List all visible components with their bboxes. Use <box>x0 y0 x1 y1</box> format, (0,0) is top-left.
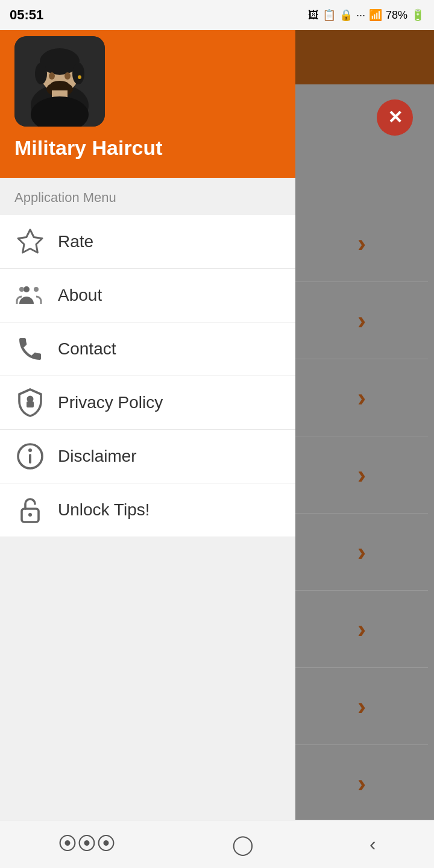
svg-point-4 <box>35 63 47 84</box>
contact-label: Contact <box>58 339 116 359</box>
svg-point-12 <box>78 75 81 79</box>
photo-icon: 🖼 <box>308 9 319 22</box>
chevron-row-1[interactable]: › <box>295 205 428 282</box>
chevron-arrow-7: › <box>357 692 366 721</box>
svg-point-15 <box>19 287 24 292</box>
svg-point-19 <box>28 448 32 452</box>
privacy-label: Privacy Policy <box>58 393 163 412</box>
more-icon: ··· <box>356 9 365 22</box>
svg-point-14 <box>34 287 39 292</box>
close-button[interactable]: ✕ <box>377 99 413 136</box>
menu-item-unlock[interactable]: Unlock Tips! <box>0 483 295 536</box>
status-icons: 🖼 📋 🔒 ··· 📶 78% 🔋 <box>308 8 424 22</box>
chevron-row-7[interactable]: › <box>295 668 428 745</box>
disclaimer-icon <box>14 441 46 472</box>
lock-icon: 🔒 <box>339 8 353 22</box>
menu-section-title: Application Menu <box>0 190 295 215</box>
chevron-arrow-8: › <box>357 769 366 798</box>
chevron-arrow-6: › <box>357 615 366 644</box>
chevron-row-6[interactable]: › <box>295 591 428 668</box>
svg-point-9 <box>51 81 69 88</box>
about-icon <box>14 280 46 311</box>
disclaimer-label: Disclaimer <box>58 447 137 466</box>
menu-item-disclaimer[interactable]: Disclaimer <box>0 430 295 483</box>
about-label: About <box>58 286 102 305</box>
unlock-label: Unlock Tips! <box>58 500 150 520</box>
battery-icon: 🔋 <box>411 8 424 22</box>
chevron-row-4[interactable]: › <box>295 436 428 514</box>
chevron-row-2[interactable]: › <box>295 282 428 359</box>
menu-item-about[interactable]: About <box>0 269 295 322</box>
chevron-arrow-1: › <box>357 229 366 258</box>
signal-icon: 📶 <box>369 8 382 22</box>
privacy-icon <box>14 387 46 418</box>
rate-label: Rate <box>58 232 93 251</box>
sim-icon: 📋 <box>322 8 336 22</box>
chevron-row-8[interactable]: › <box>295 745 428 822</box>
svg-point-7 <box>64 72 71 80</box>
chevron-row-3[interactable]: › <box>295 359 428 436</box>
contact-icon <box>14 333 46 365</box>
status-bar: 05:51 🖼 📋 🔒 ··· 📶 78% 🔋 <box>0 0 434 30</box>
svg-point-6 <box>49 72 55 80</box>
svg-point-13 <box>24 286 30 292</box>
chevron-arrow-2: › <box>357 306 366 335</box>
menu-item-contact[interactable]: Contact <box>0 322 295 376</box>
background-header-strip <box>289 30 434 84</box>
app-title: Military Haircut <box>14 136 281 160</box>
svg-point-5 <box>72 63 84 84</box>
chevron-arrow-3: › <box>357 383 366 412</box>
navigation-drawer: Military Haircut Application Menu Rate <box>0 0 295 868</box>
chevron-row-5[interactable]: › <box>295 514 428 591</box>
unlock-icon <box>14 494 46 526</box>
status-time: 05:51 <box>10 7 43 23</box>
chevron-arrow-5: › <box>357 538 366 567</box>
battery-text: 78% <box>386 9 407 22</box>
nav-recent-apps-icon[interactable]: ⦿⦿⦿ <box>58 833 116 855</box>
nav-home-icon[interactable]: ◯ <box>232 833 254 856</box>
chevron-arrow-4: › <box>357 461 366 489</box>
bottom-nav-bar: ⦿⦿⦿ ◯ ‹ <box>0 820 434 868</box>
drawer-menu: Application Menu Rate <box>0 178 295 868</box>
nav-back-icon[interactable]: ‹ <box>370 833 376 855</box>
avatar-image <box>14 36 105 127</box>
menu-item-privacy[interactable]: Privacy Policy <box>0 376 295 430</box>
rate-icon <box>14 226 46 257</box>
menu-item-rate[interactable]: Rate <box>0 215 295 269</box>
menu-items-list: Rate About <box>0 215 295 536</box>
app-icon <box>14 36 105 127</box>
svg-point-22 <box>28 513 32 517</box>
chevron-list: › › › › › › › › <box>295 205 428 822</box>
close-icon: ✕ <box>388 108 403 127</box>
